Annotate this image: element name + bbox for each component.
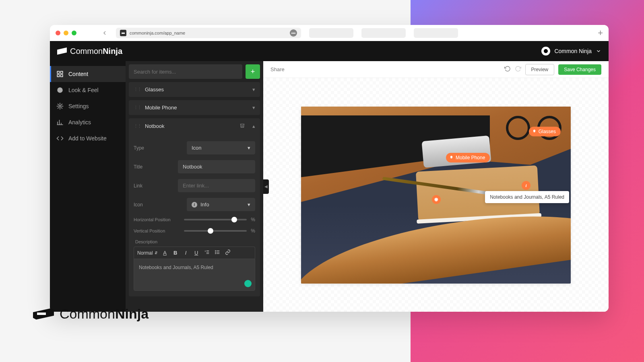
description-editor[interactable]: Notebooks and Journals, A5 Ruled (134, 259, 255, 291)
browser-tab[interactable] (414, 28, 458, 38)
chevron-down-icon: ▾ (248, 145, 250, 151)
drag-handle-icon[interactable]: ⋮⋮ (134, 87, 141, 92)
hotspot-notebook[interactable]: i (522, 181, 530, 190)
editor-toolbar: Normal ⇵ A B I U (134, 247, 255, 259)
new-tab-button[interactable]: + (598, 28, 603, 38)
undo-button[interactable] (504, 66, 511, 73)
app-logo[interactable]: CommonNinja (57, 47, 122, 56)
icon-select[interactable]: iInfo ▾ (187, 198, 255, 211)
sidebar-item-look[interactable]: Look & Feel (50, 82, 126, 98)
svg-rect-4 (61, 75, 63, 77)
url-text: commoninja.com/app_name (130, 31, 287, 35)
logo-text: CommonNinja (70, 47, 122, 56)
favicon-icon (120, 30, 126, 36)
address-bar[interactable]: commoninja.com/app_name ••• (116, 28, 301, 38)
svg-rect-1 (57, 71, 59, 73)
preview-button[interactable]: Preview (525, 64, 555, 75)
collapse-panel-button[interactable]: ◀ (263, 179, 269, 194)
hpos-label: Horizontal Position (134, 217, 180, 222)
ordered-list-button[interactable] (204, 249, 210, 256)
underline-button[interactable]: U (193, 250, 200, 256)
grammarly-icon[interactable] (244, 280, 252, 287)
sidebar-item-label: Content (68, 71, 88, 77)
sidebar-item-label: Analytics (68, 119, 91, 125)
title-label: Title (134, 164, 173, 170)
item-title: Notbook (145, 123, 235, 129)
footer-logo: CommonNinja (33, 306, 149, 322)
more-icon[interactable]: ••• (290, 29, 297, 37)
sidebar-item-label: Add to Website (68, 135, 107, 142)
preview-area: ◀ Share Preview Save Changes (263, 61, 609, 312)
drag-handle-icon[interactable]: ⋮⋮ (134, 105, 141, 110)
hotspot-phone[interactable]: Mobile Phone (446, 153, 490, 162)
item-card-glasses[interactable]: ⋮⋮ Glasses ▾ (129, 82, 260, 97)
bold-button[interactable]: B (172, 250, 179, 256)
drag-handle-icon[interactable]: ⋮⋮ (134, 123, 141, 129)
browser-tab[interactable] (361, 28, 406, 38)
link-input[interactable] (178, 179, 255, 192)
unordered-list-button[interactable] (214, 249, 221, 256)
user-name: Common Ninja (554, 48, 592, 54)
percent-label: % (251, 228, 255, 234)
item-title: Glasses (145, 86, 248, 93)
sidebar-item-content[interactable]: Content (50, 66, 126, 82)
save-changes-button[interactable]: Save Changes (558, 64, 601, 75)
trash-icon[interactable] (239, 123, 245, 130)
vpos-slider[interactable] (184, 230, 247, 232)
format-select[interactable]: Normal ⇵ (137, 250, 158, 256)
hotspot-glasses[interactable]: Glasses (529, 127, 561, 136)
description-label: Description (135, 239, 255, 244)
app-body: Content Look & Feel Settings Analytics A… (50, 61, 609, 312)
close-icon[interactable] (56, 31, 60, 35)
svg-point-0 (544, 49, 548, 53)
add-item-button[interactable]: + (246, 64, 260, 79)
svg-point-19 (215, 253, 215, 254)
chevron-down-icon[interactable]: ▾ (252, 105, 255, 111)
item-title: Mobile Phone (145, 105, 248, 111)
hpos-slider[interactable] (184, 219, 247, 220)
window-controls (56, 31, 76, 35)
hotspot-tooltip: Notebooks and Journals, A5 Ruled (485, 191, 569, 203)
italic-button[interactable]: I (183, 250, 189, 256)
back-button[interactable] (100, 28, 109, 38)
canvas-wrap: Glasses Mobile Phone i ◉ (263, 78, 609, 312)
chevron-down-icon[interactable]: ▾ (252, 86, 255, 93)
sidebar-item-analytics[interactable]: Analytics (50, 114, 126, 130)
svg-rect-3 (57, 75, 59, 77)
title-input[interactable] (178, 160, 255, 173)
type-label: Type (134, 145, 182, 151)
item-card-phone[interactable]: ⋮⋮ Mobile Phone ▾ (129, 100, 260, 115)
redo-button[interactable] (515, 66, 521, 73)
sidebar-item-label: Settings (68, 103, 89, 109)
share-button[interactable]: Share (270, 66, 285, 72)
browser-toolbar: commoninja.com/app_name ••• + (50, 25, 609, 41)
chart-icon (56, 119, 64, 126)
browser-window: commoninja.com/app_name ••• + CommonNinj… (50, 25, 609, 312)
minimize-icon[interactable] (64, 31, 68, 35)
browser-tab[interactable] (309, 28, 353, 38)
logo-icon (57, 47, 67, 55)
search-input[interactable] (129, 64, 242, 79)
svg-point-18 (215, 252, 215, 252)
link-button[interactable] (225, 249, 231, 256)
svg-point-6 (59, 105, 61, 107)
maximize-icon[interactable] (72, 31, 76, 35)
svg-point-5 (57, 87, 63, 93)
sidebar-item-embed[interactable]: Add to Website (50, 130, 126, 146)
sidebar-item-settings[interactable]: Settings (50, 98, 126, 114)
footer-logo-text: CommonNinja (60, 306, 149, 322)
chevron-up-icon[interactable]: ▴ (252, 123, 255, 129)
item-form: Type Icon ▾ Title Link (129, 134, 260, 296)
text-color-button[interactable]: A (162, 250, 168, 256)
preview-canvas[interactable]: Glasses Mobile Phone i ◉ (301, 107, 571, 284)
app-header: CommonNinja Common Ninja (50, 41, 609, 61)
bulb-icon (449, 155, 454, 160)
info-icon: i (192, 202, 197, 208)
gear-icon (56, 103, 64, 110)
palette-icon (56, 86, 64, 94)
svg-rect-2 (61, 71, 63, 73)
user-menu[interactable]: Common Ninja (541, 47, 601, 56)
hotspot-extra[interactable]: ◉ (432, 195, 441, 204)
type-select[interactable]: Icon ▾ (187, 141, 255, 154)
sidebar-item-label: Look & Feel (68, 87, 99, 93)
